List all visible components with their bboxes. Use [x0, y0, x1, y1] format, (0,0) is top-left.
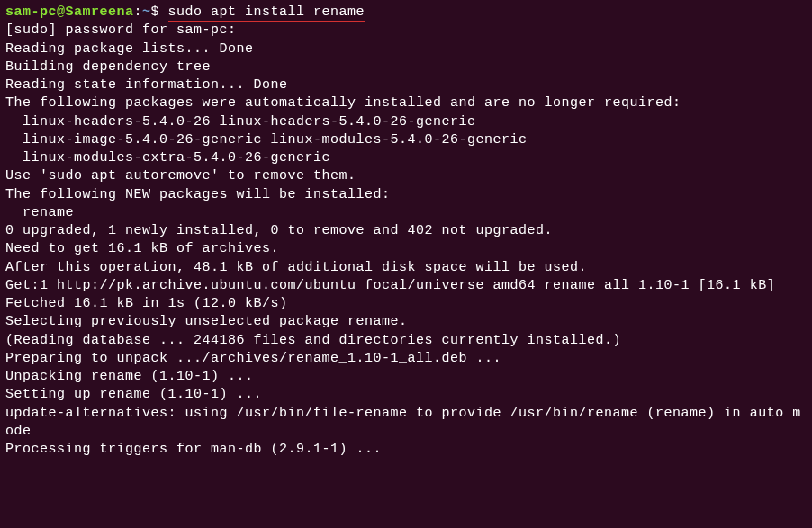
output-line: After this operation, 48.1 kB of additio…: [5, 259, 807, 277]
output-line: Preparing to unpack .../archives/rename_…: [5, 350, 807, 368]
output-line: Reading package lists... Done: [5, 40, 807, 58]
prompt-user-host: sam-pc@Samreena: [5, 4, 134, 20]
output-line: linux-image-5.4.0-26-generic linux-modul…: [5, 131, 807, 149]
output-line: Building dependency tree: [5, 58, 807, 76]
output-line: Unpacking rename (1.10-1) ...: [5, 368, 807, 386]
output-line: Get:1 http://pk.archive.ubuntu.com/ubunt…: [5, 277, 807, 295]
output-line: Fetched 16.1 kB in 1s (12.0 kB/s): [5, 295, 807, 313]
output-line: Processing triggers for man-db (2.9.1-1)…: [5, 441, 807, 459]
output-line: Use 'sudo apt autoremove' to remove them…: [5, 167, 807, 185]
prompt-path: ~: [142, 4, 151, 20]
output-line: rename: [5, 204, 807, 222]
prompt-dollar: $: [151, 4, 168, 20]
prompt-line: sam-pc@Samreena:~$ sudo apt install rena…: [5, 4, 807, 22]
output-line: The following NEW packages will be insta…: [5, 186, 807, 204]
output-line: update-alternatives: using /usr/bin/file…: [5, 405, 807, 442]
command-input[interactable]: sudo apt install rename: [168, 4, 365, 22]
output-line: Setting up rename (1.10-1) ...: [5, 386, 807, 404]
output-line: [sudo] password for sam-pc:: [5, 22, 807, 40]
output-line: Reading state information... Done: [5, 76, 807, 94]
output-line: Selecting previously unselected package …: [5, 313, 807, 331]
output-line: The following packages were automaticall…: [5, 94, 807, 112]
output-line: linux-headers-5.4.0-26 linux-headers-5.4…: [5, 113, 807, 131]
output-line: (Reading database ... 244186 files and d…: [5, 332, 807, 350]
output-line: Need to get 16.1 kB of archives.: [5, 240, 807, 258]
prompt-colon: :: [134, 4, 143, 20]
output-line: 0 upgraded, 1 newly installed, 0 to remo…: [5, 222, 807, 240]
output-line: linux-modules-extra-5.4.0-26-generic: [5, 149, 807, 167]
